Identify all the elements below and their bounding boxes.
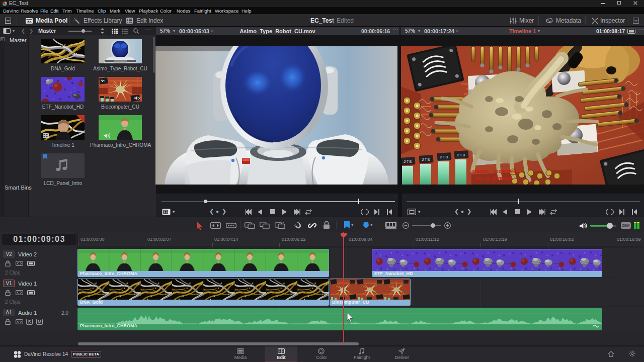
- svg-text:2TB: 2TB: [457, 153, 465, 157]
